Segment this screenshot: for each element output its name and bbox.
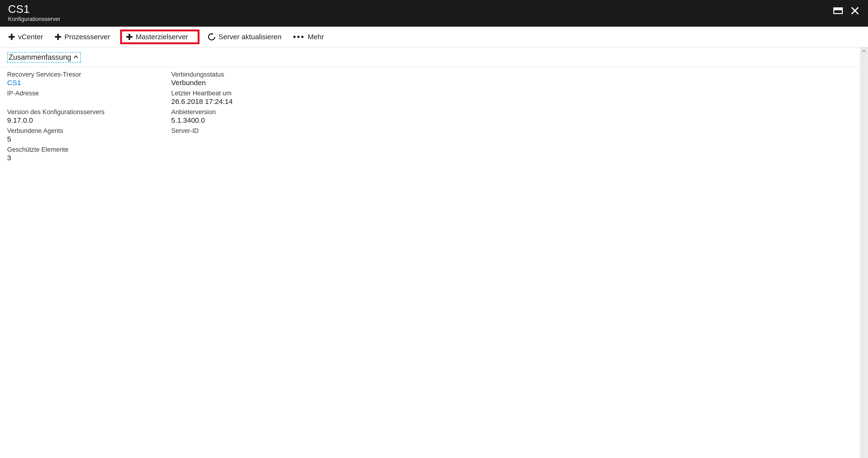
toolbar-label: Mehr — [308, 33, 324, 41]
divider — [0, 67, 860, 67]
kv-label: Verbindungsstatus — [171, 71, 316, 78]
plus-icon — [8, 33, 15, 40]
blade-root: CS1 Konfigurationsserver vC — [0, 0, 868, 458]
toolbar-label: Masterzielserver — [136, 33, 188, 41]
blade-title: CS1 — [8, 3, 60, 15]
kv-value: 3 — [7, 154, 152, 162]
kv-protected-items: Geschützte Elemente 3 — [7, 146, 152, 162]
toolbar-label: Prozessserver — [64, 33, 110, 41]
kv-connected-agents: Verbundene Agents 5 — [7, 127, 152, 143]
add-process-server-button[interactable]: Prozessserver — [53, 31, 114, 43]
svg-marker-10 — [212, 33, 213, 35]
kv-value: Verbunden — [171, 79, 316, 87]
toolbar-label: Server aktualisieren — [219, 33, 282, 41]
blade-titles: CS1 Konfigurationsserver — [8, 3, 60, 22]
blade-subtitle: Konfigurationsserver — [8, 16, 60, 22]
kv-label: Recovery Services-Tresor — [7, 71, 152, 78]
toolbar-label: vCenter — [18, 33, 43, 41]
svg-rect-1 — [834, 8, 842, 10]
scroll-up-icon[interactable] — [862, 49, 866, 54]
kv-last-heartbeat: Letzter Heartbeat um 26.6.2018 17:24:14 — [171, 90, 316, 105]
kv-connection-status: Verbindungsstatus Verbunden — [171, 71, 316, 87]
toolbar: vCenter Prozessserver Masterzielserver S… — [0, 27, 868, 47]
add-master-target-button[interactable]: Masterzielserver — [120, 29, 199, 44]
kv-recovery-vault: Recovery Services-Tresor CS1 — [7, 71, 152, 87]
blade-content: Zusammenfassung Recovery Services-Tresor… — [0, 47, 860, 458]
kv-value-link[interactable]: CS1 — [7, 79, 152, 87]
scrollbar[interactable] — [860, 47, 868, 458]
add-vcenter-button[interactable]: vCenter — [7, 31, 46, 43]
kv-value: 9.17.0.0 — [7, 116, 152, 124]
kv-label: Geschützte Elemente — [7, 146, 152, 153]
refresh-server-button[interactable]: Server aktualisieren — [206, 31, 285, 43]
blade-header: CS1 Konfigurationsserver — [0, 0, 868, 27]
more-button[interactable]: ••• Mehr — [291, 31, 327, 43]
kv-server-id: Server-ID — [171, 127, 316, 143]
kv-value: 26.6.2018 17:24:14 — [171, 97, 316, 105]
kv-value: 5 — [7, 135, 152, 143]
kv-ip-address: IP-Adresse — [7, 90, 152, 105]
close-icon[interactable] — [851, 7, 859, 15]
kv-label: Version des Konfigurationsservers — [7, 109, 152, 116]
plus-icon — [55, 33, 62, 40]
chevron-up-icon — [73, 53, 79, 62]
kv-config-server-version: Version des Konfigurationsservers 9.17.0… — [7, 109, 152, 124]
section-title: Zusammenfassung — [8, 53, 71, 62]
kv-label: IP-Adresse — [7, 90, 152, 97]
ellipsis-icon: ••• — [293, 35, 305, 38]
summary-grid: Recovery Services-Tresor CS1 Verbindungs… — [0, 71, 323, 168]
kv-provider-version: Anbieterversion 5.1.3400.0 — [171, 109, 316, 124]
blade-body: Zusammenfassung Recovery Services-Tresor… — [0, 47, 868, 458]
kv-label: Anbieterversion — [171, 109, 316, 116]
restore-window-icon[interactable] — [833, 7, 843, 14]
kv-label: Verbundene Agents — [7, 127, 152, 134]
kv-label: Letzter Heartbeat um — [171, 90, 316, 97]
kv-value: 5.1.3400.0 — [171, 116, 316, 124]
summary-section-toggle[interactable]: Zusammenfassung — [7, 52, 81, 63]
kv-label: Server-ID — [171, 127, 316, 134]
plus-icon — [126, 33, 133, 40]
header-controls — [833, 3, 860, 15]
refresh-icon — [208, 33, 216, 41]
kv-empty — [171, 146, 316, 162]
